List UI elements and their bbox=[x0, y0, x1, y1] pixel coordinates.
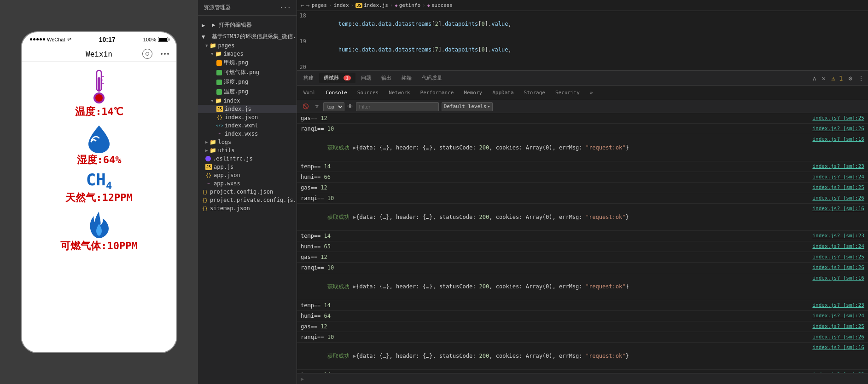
tab-terminal[interactable]: 终端 bbox=[397, 73, 416, 83]
back-btn[interactable]: ← bbox=[301, 2, 304, 9]
eslintrc-label: .eslintrc.js bbox=[213, 155, 253, 162]
breadcrumb-file: JS index.js bbox=[355, 2, 388, 8]
console-row-16-file[interactable]: index.js? [sm]:25 bbox=[809, 322, 864, 331]
console-row-15-file[interactable]: index.js? [sm]:24 bbox=[809, 312, 864, 320]
filetree-app-wxss[interactable]: ~ app.wxss bbox=[198, 179, 297, 188]
filetree-index-js[interactable]: JS index.js bbox=[198, 105, 297, 113]
console-row-8-content: 获取成功 ▶{data: {…}, header: {…}, statusCod… bbox=[301, 205, 809, 229]
console-row-13-file[interactable]: index.js? [sm]:16 bbox=[809, 274, 864, 282]
close-icon[interactable]: ✕ bbox=[820, 74, 827, 83]
project-section[interactable]: ▼ 基于STM32的环境信息采集_微信... bbox=[198, 30, 297, 41]
tab-memory[interactable]: Memory bbox=[459, 88, 487, 97]
tab-sources[interactable]: Sources bbox=[353, 88, 383, 97]
tab-network[interactable]: Network bbox=[384, 88, 414, 97]
open-editors-section[interactable]: ▶ ▶ 打开的编辑器 bbox=[198, 18, 297, 30]
console-row-18-file[interactable]: index.js? [sm]:16 bbox=[809, 344, 864, 352]
filetree-menu[interactable]: ··· bbox=[280, 4, 291, 11]
filetree-app-json[interactable]: {} app.json bbox=[198, 171, 297, 179]
sitemap-label: sitemap.json bbox=[210, 205, 250, 212]
tab-appdata[interactable]: AppData bbox=[488, 88, 518, 97]
filetree-project-private[interactable]: {} project.private.config.js... bbox=[198, 196, 297, 204]
filetree-index-json[interactable]: {} index.json bbox=[198, 113, 297, 121]
console-row-1-file[interactable]: index.js? [sm]:25 bbox=[809, 114, 864, 122]
console-row-1-content: gas== 12 bbox=[301, 114, 809, 122]
tab-quality[interactable]: 代码质量 bbox=[417, 73, 447, 83]
logs-arrow: ▶ bbox=[205, 140, 208, 144]
filetree-sitemap[interactable]: {} sitemap.json bbox=[198, 204, 297, 212]
tab-wxml[interactable]: Wxml bbox=[299, 88, 320, 97]
tab-performance[interactable]: Performance bbox=[416, 88, 459, 97]
console-row-5-file[interactable]: index.js? [sm]:24 bbox=[809, 173, 864, 181]
wxss-icon: ~ bbox=[216, 131, 223, 137]
console-row-10-file[interactable]: index.js? [sm]:24 bbox=[809, 242, 864, 251]
console-levels-select[interactable]: Default levels ▾ bbox=[442, 102, 493, 111]
pages-arrow: ▼ bbox=[205, 43, 208, 48]
tab-security[interactable]: Security bbox=[551, 88, 584, 97]
console-row-13-content: 获取成功 ▶{data: {…}, header: {…}, statusCod… bbox=[301, 274, 809, 299]
filetree-project-config[interactable]: {} project.config.json bbox=[198, 188, 297, 196]
menu-dot-1 bbox=[161, 53, 163, 55]
json-icon-5: {} bbox=[202, 205, 208, 212]
filetree-index-folder[interactable]: ▼ 📁 index bbox=[198, 97, 297, 105]
project-label: 基于STM32的环境信息采集_微信... bbox=[212, 33, 297, 40]
console-eye-icon[interactable]: 👁 bbox=[347, 103, 353, 110]
filetree-combustible-png[interactable]: 可燃气体.png bbox=[198, 68, 297, 77]
console-row-8-file[interactable]: index.js? [sm]:16 bbox=[809, 205, 864, 213]
filetree-methane-png[interactable]: 甲烷.png bbox=[198, 58, 297, 68]
console-row-11-file[interactable]: index.js? [sm]:25 bbox=[809, 253, 864, 261]
console-row-4-file[interactable]: index.js? [sm]:23 bbox=[809, 162, 864, 171]
json-icon-1: {} bbox=[216, 114, 223, 120]
tab-problems[interactable]: 问题 bbox=[356, 73, 376, 83]
phone-simulator: WeChat ⇌ 10:17 100% Weixin bbox=[0, 0, 198, 384]
filetree-eslintrc[interactable]: .eslintrc.js bbox=[198, 155, 297, 163]
breadcrumb-success: ◆ success bbox=[427, 2, 453, 8]
console-row-9-file[interactable]: index.js? [sm]:23 bbox=[809, 232, 864, 240]
console-row-7-file[interactable]: index.js? [sm]:26 bbox=[809, 194, 864, 202]
console-row-3-file[interactable]: index.js? [sm]:16 bbox=[809, 135, 864, 143]
filetree-index-wxss[interactable]: ~ index.wxss bbox=[198, 130, 297, 138]
tab-output[interactable]: 输出 bbox=[377, 73, 396, 83]
more-icon[interactable]: ⋮ bbox=[856, 74, 866, 83]
console-row-10: humi== 65 index.js? [sm]:24 bbox=[297, 241, 868, 252]
phone-record-btn[interactable] bbox=[142, 49, 152, 59]
filetree-logs-folder[interactable]: ▶ 📁 logs bbox=[198, 138, 297, 146]
console-output[interactable]: gas== 12 index.js? [sm]:25 ranqi== 10 in… bbox=[297, 113, 868, 373]
console-clear-btn[interactable]: 🚫 bbox=[301, 103, 311, 110]
devtools-inner-tabs: Wxml Console Sources Network Performance… bbox=[297, 86, 868, 100]
tab-debugger[interactable]: 调试器 1 bbox=[319, 73, 355, 83]
filetree-header: 资源管理器 ··· bbox=[198, 0, 297, 16]
js-icon-2: JS bbox=[205, 164, 212, 170]
phone-header-dots[interactable] bbox=[161, 53, 169, 55]
filetree-utils-folder[interactable]: ▶ 📁 utils bbox=[198, 146, 297, 155]
filetree-index-wxml[interactable]: </> index.wxml bbox=[198, 121, 297, 130]
tab-build[interactable]: 构建 bbox=[299, 73, 318, 83]
console-row-14-file[interactable]: index.js? [sm]:23 bbox=[809, 301, 864, 309]
open-editors-label: ▶ 打开的编辑器 bbox=[212, 21, 251, 29]
forward-btn[interactable]: → bbox=[306, 2, 310, 9]
console-context-select[interactable]: top bbox=[323, 102, 344, 111]
phone-header: Weixin bbox=[22, 47, 176, 62]
console-row-9: temp== 14 index.js? [sm]:23 bbox=[297, 231, 868, 241]
index-arrow: ▼ bbox=[211, 98, 213, 103]
tab-debugger-label: 调试器 bbox=[324, 75, 339, 81]
settings-icon[interactable]: ⚙ bbox=[847, 74, 854, 83]
tab-storage[interactable]: Storage bbox=[519, 88, 550, 97]
tab-more-chevron[interactable]: » bbox=[585, 88, 598, 97]
tab-console[interactable]: Console bbox=[321, 88, 352, 97]
console-row-2-file[interactable]: index.js? [sm]:26 bbox=[809, 125, 864, 133]
filetree-title: 资源管理器 bbox=[204, 4, 231, 11]
console-row-6-file[interactable]: index.js? [sm]:25 bbox=[809, 183, 864, 192]
chevron-up-icon[interactable]: ∧ bbox=[810, 74, 818, 83]
filetree-humidity-png[interactable]: 湿度.png bbox=[198, 77, 297, 87]
humidity-sensor: 湿度:64% bbox=[22, 121, 176, 169]
console-row-4-content: temp== 14 bbox=[301, 162, 809, 171]
console-filter-input[interactable] bbox=[356, 102, 439, 111]
filetree-images-folder[interactable]: ▼ 📁 images bbox=[198, 50, 297, 58]
console-prompt[interactable]: ▶ bbox=[301, 376, 304, 382]
console-row-17-file[interactable]: index.js? [sm]:26 bbox=[809, 333, 864, 341]
filetree-pages-folder[interactable]: ▼ 📁 pages bbox=[198, 41, 297, 50]
filetree-temp-png[interactable]: 温度.png bbox=[198, 87, 297, 97]
console-row-12-file[interactable]: index.js? [sm]:26 bbox=[809, 264, 864, 272]
filetree-app-js[interactable]: JS app.js bbox=[198, 163, 297, 171]
console-row-15-content: humi== 64 bbox=[301, 312, 809, 320]
